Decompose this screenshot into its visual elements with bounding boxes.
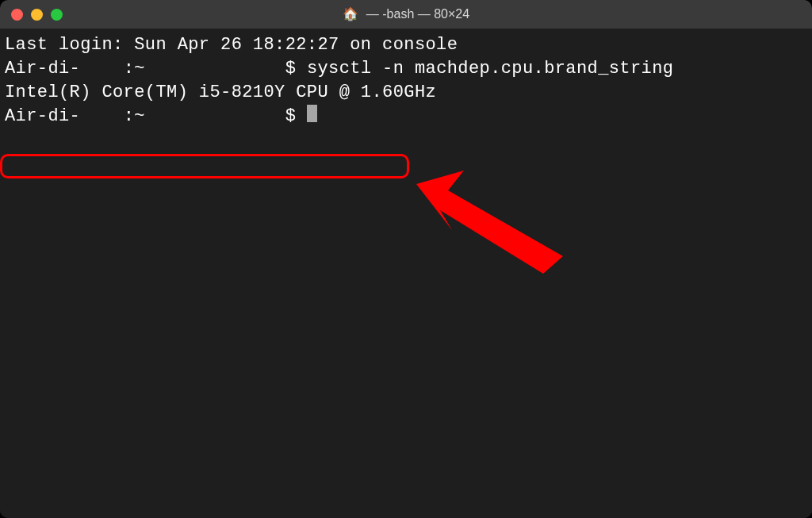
last-login-line: Last login: Sun Apr 26 18:22:27 on conso…	[5, 33, 807, 57]
cursor	[307, 105, 317, 122]
terminal-window: 🏠 — -bash — 80×24 Last login: Sun Apr 26…	[0, 0, 812, 518]
command-output: Intel(R) Core(TM) i5-8210Y CPU @ 1.60GHz	[5, 81, 807, 105]
window-controls	[11, 9, 63, 21]
prompt-symbol: $	[285, 106, 297, 126]
command-text: sysctl -n machdep.cpu.brand_string	[307, 59, 673, 79]
titlebar: 🏠 — -bash — 80×24	[0, 0, 812, 29]
path: :~	[124, 106, 145, 126]
path: :~	[124, 59, 145, 79]
terminal-content[interactable]: Last login: Sun Apr 26 18:22:27 on conso…	[0, 29, 812, 518]
window-title-text: — -bash — 80×24	[366, 7, 469, 21]
zoom-button[interactable]	[51, 9, 63, 21]
hostname: Air-di-	[5, 59, 80, 79]
minimize-button[interactable]	[31, 9, 43, 21]
command-line-2: Air-di- :~ $	[5, 105, 807, 129]
home-folder-icon: 🏠	[343, 8, 358, 21]
prompt-symbol: $	[285, 59, 297, 79]
window-title: 🏠 — -bash — 80×24	[0, 7, 812, 21]
hostname: Air-di-	[5, 106, 80, 126]
close-button[interactable]	[11, 9, 23, 21]
command-line-1: Air-di- :~ $ sysctl -n machdep.cpu.brand…	[5, 57, 807, 81]
